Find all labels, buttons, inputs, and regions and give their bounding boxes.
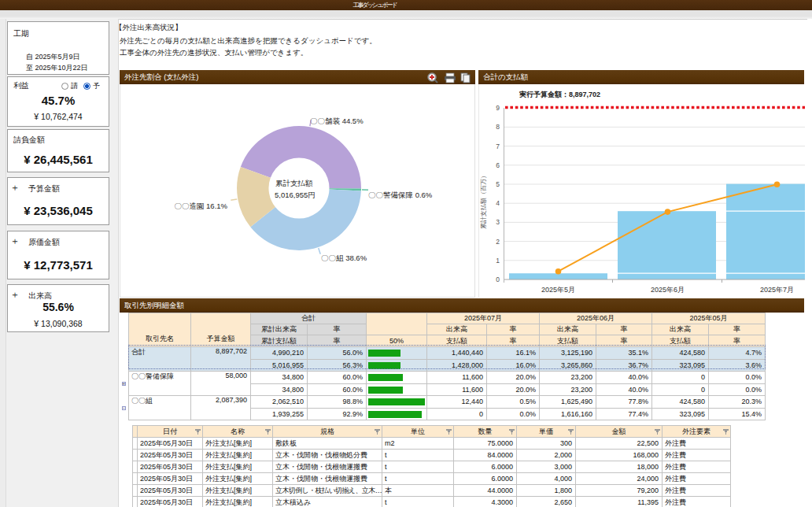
svg-text:2: 2 — [496, 238, 500, 246]
svg-text:7: 7 — [496, 142, 500, 150]
svg-text:2025年6月: 2025年6月 — [651, 286, 685, 294]
svg-text:3: 3 — [496, 218, 500, 226]
svg-text:9: 9 — [496, 104, 500, 112]
svg-text:4: 4 — [496, 199, 500, 207]
svg-text:累計支払額: 累計支払額 — [275, 179, 313, 187]
svg-text:〇〇組 38.6%: 〇〇組 38.6% — [321, 254, 367, 262]
svg-text:2025年7月: 2025年7月 — [760, 286, 794, 294]
svg-text:1: 1 — [496, 257, 500, 265]
svg-text:8: 8 — [496, 123, 500, 131]
svg-text:〇〇造園 16.1%: 〇〇造園 16.1% — [174, 202, 227, 210]
svg-text:〇〇警備保障 0.6%: 〇〇警備保障 0.6% — [368, 191, 433, 199]
svg-text:実行予算金額：8,897,702: 実行予算金額：8,897,702 — [519, 91, 600, 98]
svg-text:2025年5月: 2025年5月 — [541, 286, 575, 294]
svg-text:5: 5 — [496, 180, 500, 188]
svg-text:0: 0 — [496, 276, 500, 283]
svg-text:6: 6 — [496, 161, 500, 169]
svg-text:5,016,955円: 5,016,955円 — [275, 191, 316, 199]
svg-text:〇〇舗装 44.5%: 〇〇舗装 44.5% — [310, 117, 364, 125]
svg-text:累計支払額（百万）: 累計支払額（百万） — [480, 172, 487, 229]
